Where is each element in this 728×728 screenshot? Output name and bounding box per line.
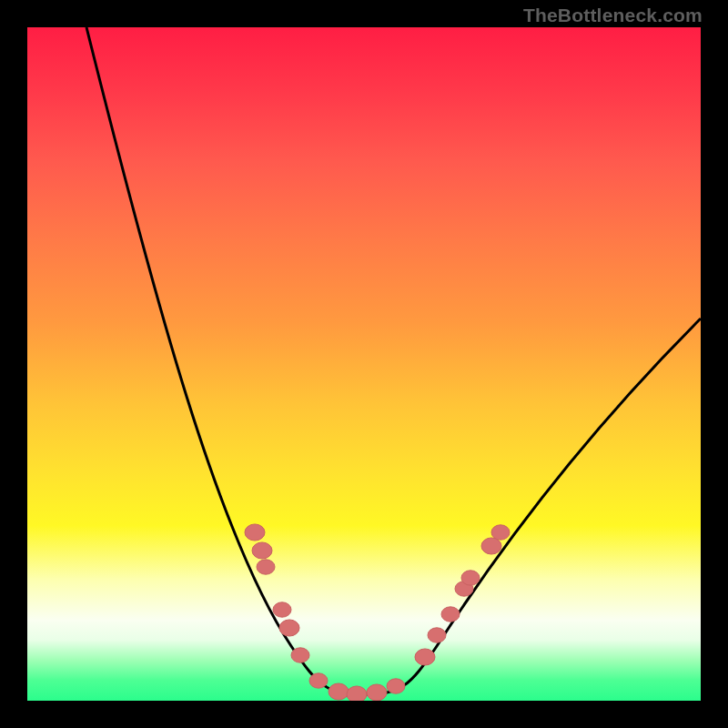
- data-marker: [491, 525, 510, 540]
- data-marker: [291, 648, 309, 662]
- attribution-label: TheBottleneck.com: [523, 5, 703, 26]
- data-marker: [329, 683, 349, 700]
- plot-area: [27, 27, 701, 701]
- markers-group: [245, 524, 510, 701]
- data-marker: [415, 649, 435, 665]
- data-marker: [347, 686, 367, 701]
- data-marker: [309, 673, 328, 688]
- curve-svg: [27, 27, 701, 701]
- data-marker: [252, 542, 272, 559]
- data-marker: [387, 679, 405, 693]
- data-marker: [441, 607, 460, 622]
- chart-frame: TheBottleneck.com: [0, 0, 728, 728]
- data-marker: [257, 560, 275, 574]
- data-marker: [428, 628, 446, 642]
- data-marker: [245, 524, 265, 541]
- data-marker: [455, 581, 473, 596]
- data-marker: [481, 538, 501, 554]
- bottleneck-curve: [86, 27, 701, 694]
- data-marker: [461, 571, 480, 585]
- data-marker: [273, 602, 291, 617]
- data-marker: [367, 684, 387, 701]
- data-marker: [279, 620, 299, 636]
